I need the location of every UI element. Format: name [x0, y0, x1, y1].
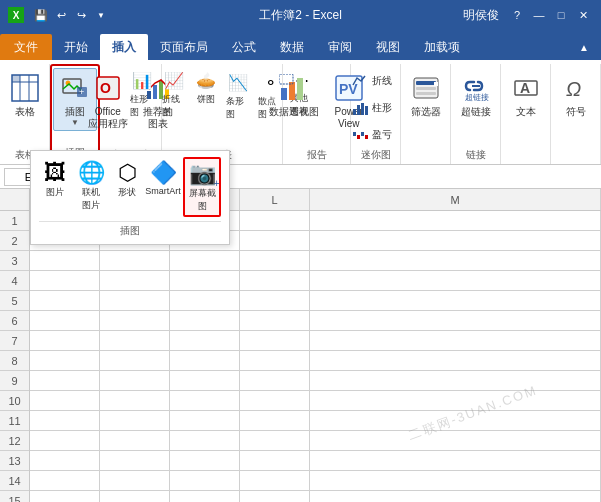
- grid-cell[interactable]: [310, 491, 601, 502]
- grid-cell[interactable]: [240, 491, 310, 502]
- grid-cell[interactable]: [30, 451, 100, 471]
- grid-cell[interactable]: [240, 431, 310, 451]
- table-row[interactable]: [30, 311, 601, 331]
- grid-cell[interactable]: [30, 491, 100, 502]
- grid-cell[interactable]: [310, 331, 601, 351]
- grid-cell[interactable]: [100, 331, 170, 351]
- table-row[interactable]: [30, 411, 601, 431]
- table-row[interactable]: [30, 391, 601, 411]
- minimize-btn[interactable]: —: [529, 6, 549, 24]
- grid-cell[interactable]: [100, 311, 170, 331]
- grid-cell[interactable]: [30, 371, 100, 391]
- grid-cell[interactable]: [100, 431, 170, 451]
- grid-cell[interactable]: [100, 451, 170, 471]
- table-row[interactable]: [30, 371, 601, 391]
- grid-cell[interactable]: [240, 411, 310, 431]
- grid-cell[interactable]: [170, 331, 240, 351]
- redo-btn[interactable]: ↪: [72, 6, 90, 24]
- grid-cell[interactable]: [170, 391, 240, 411]
- table-row[interactable]: [30, 451, 601, 471]
- grid-cell[interactable]: [30, 471, 100, 491]
- pivot-chart-btn[interactable]: 数据透视图: [263, 68, 325, 122]
- grid-cell[interactable]: [100, 351, 170, 371]
- grid-cell[interactable]: [30, 411, 100, 431]
- win-loss-btn[interactable]: 盈亏: [346, 122, 406, 148]
- grid-cell[interactable]: [100, 471, 170, 491]
- slicer-btn[interactable]: 筛选器: [404, 68, 448, 122]
- grid-cell[interactable]: [310, 351, 601, 371]
- grid-cell[interactable]: [240, 211, 310, 231]
- grid-cell[interactable]: [170, 271, 240, 291]
- bar-chart-btn[interactable]: 📊 柱形图: [127, 68, 157, 122]
- tab-data[interactable]: 数据: [268, 34, 316, 60]
- screenshot-btn[interactable]: 📷+ 屏幕截图: [183, 157, 221, 217]
- grid-cell[interactable]: [310, 471, 601, 491]
- table-row[interactable]: [30, 271, 601, 291]
- grid-cell[interactable]: [240, 271, 310, 291]
- table-row[interactable]: [30, 291, 601, 311]
- grid-cell[interactable]: [310, 211, 601, 231]
- grid-cell[interactable]: [100, 371, 170, 391]
- grid-cell[interactable]: [310, 431, 601, 451]
- tab-home[interactable]: 开始: [52, 34, 100, 60]
- grid-cell[interactable]: [310, 291, 601, 311]
- tab-addins[interactable]: 加载项: [412, 34, 472, 60]
- grid-cell[interactable]: [170, 371, 240, 391]
- grid-cell[interactable]: [240, 311, 310, 331]
- close-btn[interactable]: ✕: [573, 6, 593, 24]
- grid-cell[interactable]: [100, 411, 170, 431]
- grid-cell[interactable]: [170, 311, 240, 331]
- grid-cell[interactable]: [30, 251, 100, 271]
- tab-layout[interactable]: 页面布局: [148, 34, 220, 60]
- grid-cell[interactable]: [310, 371, 601, 391]
- table-btn[interactable]: 表格: [3, 68, 47, 122]
- grid-cell[interactable]: [310, 271, 601, 291]
- table-row[interactable]: [30, 251, 601, 271]
- ribbon-collapse-btn[interactable]: ▲: [567, 34, 601, 60]
- dropdown-arrow[interactable]: ▼: [92, 6, 110, 24]
- online-pic-btn[interactable]: 🌐 联机图片: [75, 157, 107, 215]
- tab-review[interactable]: 审阅: [316, 34, 364, 60]
- tab-formula[interactable]: 公式: [220, 34, 268, 60]
- col-sparkline-btn[interactable]: 柱形: [346, 95, 406, 121]
- grid-cell[interactable]: [30, 271, 100, 291]
- grid-cell[interactable]: [310, 231, 601, 251]
- table-row[interactable]: [30, 471, 601, 491]
- shape-btn[interactable]: ⬡ 形状: [111, 157, 143, 202]
- smartart-btn[interactable]: 🔷 SmartArt: [147, 157, 179, 199]
- grid-cell[interactable]: [310, 411, 601, 431]
- grid-cell[interactable]: [170, 491, 240, 502]
- grid-cell[interactable]: [30, 391, 100, 411]
- grid-cell[interactable]: [240, 331, 310, 351]
- grid-cell[interactable]: [100, 271, 170, 291]
- grid-cell[interactable]: [30, 311, 100, 331]
- grid-cell[interactable]: [170, 291, 240, 311]
- grid-cell[interactable]: [240, 391, 310, 411]
- picture-btn[interactable]: 🖼 图片: [39, 157, 71, 202]
- help-btn[interactable]: ?: [507, 6, 527, 24]
- grid-cell[interactable]: [310, 391, 601, 411]
- tab-insert[interactable]: 插入: [100, 34, 148, 60]
- grid-cell[interactable]: [100, 491, 170, 502]
- grid-cell[interactable]: [30, 351, 100, 371]
- bar2-chart-btn[interactable]: 📉 条形图: [223, 70, 253, 124]
- line-sparkline-btn[interactable]: 折线: [346, 68, 406, 94]
- office-apps-btn[interactable]: O Office应用程序: [82, 68, 134, 134]
- table-row[interactable]: [30, 431, 601, 451]
- grid-cell[interactable]: [240, 371, 310, 391]
- grid-cell[interactable]: [240, 291, 310, 311]
- grid-cell[interactable]: [170, 351, 240, 371]
- grid-cell[interactable]: [170, 471, 240, 491]
- table-row[interactable]: [30, 351, 601, 371]
- table-row[interactable]: [30, 331, 601, 351]
- grid-cell[interactable]: [310, 251, 601, 271]
- symbol-btn[interactable]: Ω 符号: [554, 68, 598, 122]
- grid-cell[interactable]: [240, 351, 310, 371]
- grid-cell[interactable]: [30, 331, 100, 351]
- maximize-btn[interactable]: □: [551, 6, 571, 24]
- line-chart-btn[interactable]: 📈 折线图: [159, 68, 189, 122]
- hyperlink-btn[interactable]: 超链接 超链接: [454, 68, 498, 122]
- grid-cell[interactable]: [30, 291, 100, 311]
- grid-cell[interactable]: [240, 231, 310, 251]
- grid-cell[interactable]: [170, 411, 240, 431]
